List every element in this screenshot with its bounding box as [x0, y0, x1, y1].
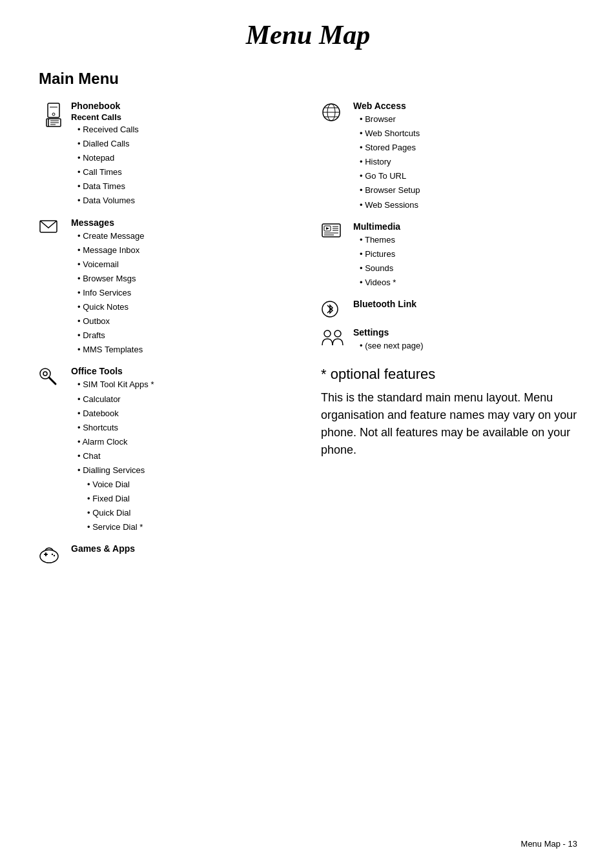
webaccess-icon: [321, 101, 353, 123]
gamesapps-heading: Games & Apps: [71, 543, 295, 554]
list-item: Service Dial *: [87, 520, 295, 534]
main-menu-title: Main Menu: [39, 70, 577, 88]
list-item: Alarm Clock: [77, 435, 295, 449]
multimedia-icon: [321, 221, 353, 241]
list-item: Outbox: [77, 314, 295, 328]
list-item: Pictures: [360, 247, 577, 261]
list-item: (see next page): [360, 339, 577, 353]
list-item: Quick Dial: [87, 506, 295, 520]
list-item: Themes: [360, 233, 577, 247]
multimedia-content: Multimedia Themes Pictures Sounds Videos…: [353, 221, 577, 290]
list-item: Call Times: [77, 165, 295, 179]
svg-line-10: [49, 378, 56, 384]
multimedia-items: Themes Pictures Sounds Videos *: [353, 233, 577, 290]
page-title: Menu Map: [39, 19, 577, 50]
list-item: Sounds: [360, 261, 577, 276]
messages-heading: Messages: [71, 217, 295, 228]
group-settings: Settings (see next page): [321, 327, 577, 353]
list-item: Info Services: [77, 286, 295, 300]
settings-icon: [321, 327, 353, 347]
list-item: Drafts: [77, 328, 295, 343]
multimedia-heading: Multimedia: [353, 221, 577, 232]
bluetooth-content: Bluetooth Link: [353, 299, 577, 310]
group-officetools: Office Tools SIM Tool Kit Apps * Calcula…: [39, 366, 295, 534]
webaccess-content: Web Access Browser Web Shortcuts Stored …: [353, 101, 577, 212]
svg-point-11: [43, 372, 47, 376]
list-item: Shortcuts: [77, 421, 295, 435]
svg-rect-14: [45, 552, 46, 556]
list-item: Datebook: [77, 407, 295, 421]
messages-icon: [39, 217, 71, 234]
group-bluetooth: Bluetooth Link: [321, 299, 577, 318]
bluetooth-heading: Bluetooth Link: [353, 299, 577, 309]
webaccess-heading: Web Access: [353, 101, 577, 111]
phonebook-subheading: Recent Calls: [71, 112, 295, 122]
gamesapps-icon: [39, 543, 71, 564]
group-gamesapps: Games & Apps: [39, 543, 295, 564]
svg-point-15: [52, 554, 53, 555]
list-item: Message Inbox: [77, 243, 295, 257]
phonebook-content: Phonebook Recent Calls Received Calls Di…: [71, 101, 295, 208]
svg-point-2: [52, 113, 55, 116]
list-item: Videos *: [360, 276, 577, 290]
phonebook-heading: Phonebook: [71, 101, 295, 111]
settings-heading: Settings: [353, 327, 577, 338]
right-column: Web Access Browser Web Shortcuts Stored …: [321, 101, 577, 573]
list-item: Chat: [77, 449, 295, 463]
svg-point-31: [324, 330, 331, 337]
list-item: Create Message: [77, 229, 295, 243]
list-item: Dialling Services: [77, 463, 295, 478]
group-webaccess: Web Access Browser Web Shortcuts Stored …: [321, 101, 577, 212]
list-item: Web Shortcuts: [360, 126, 577, 141]
group-phonebook: Phonebook Recent Calls Received Calls Di…: [39, 101, 295, 208]
list-item: Dialled Calls: [77, 137, 295, 151]
optional-title: * optional features: [321, 366, 577, 383]
list-item: Go To URL: [360, 169, 577, 183]
optional-desc: This is the standard main menu layout. M…: [321, 389, 577, 459]
group-messages: Messages Create Message Message Inbox Vo…: [39, 217, 295, 358]
list-item: Received Calls: [77, 123, 295, 137]
list-item: Browser Msgs: [77, 272, 295, 286]
list-item: Data Times: [77, 179, 295, 194]
list-item: Quick Notes: [77, 300, 295, 314]
list-item: Data Volumes: [77, 194, 295, 208]
officetools-content: Office Tools SIM Tool Kit Apps * Calcula…: [71, 366, 295, 534]
officetools-items: SIM Tool Kit Apps * Calculator Datebook …: [71, 378, 295, 478]
dialling-subitems: Voice Dial Fixed Dial Quick Dial Service…: [71, 478, 295, 534]
page: Menu Map Main Menu: [0, 0, 616, 612]
officetools-icon: [39, 366, 71, 387]
settings-content: Settings (see next page): [353, 327, 577, 353]
main-content: Phonebook Recent Calls Received Calls Di…: [39, 101, 577, 573]
gamesapps-content: Games & Apps: [71, 543, 295, 555]
list-item: Browser: [360, 112, 577, 126]
list-item: Web Sessions: [360, 198, 577, 212]
optional-section: * optional features This is the standard…: [321, 366, 577, 459]
list-item: Browser Setup: [360, 183, 577, 197]
svg-point-16: [54, 555, 55, 556]
bluetooth-icon: [321, 299, 353, 318]
list-item: Stored Pages: [360, 141, 577, 155]
list-item: SIM Tool Kit Apps *: [77, 378, 295, 392]
list-item: Notepad: [77, 151, 295, 165]
svg-point-12: [40, 550, 58, 563]
svg-point-32: [334, 330, 341, 337]
list-item: Voicemail: [77, 257, 295, 272]
list-item: Voice Dial: [87, 478, 295, 492]
left-column: Phonebook Recent Calls Received Calls Di…: [39, 101, 295, 573]
list-item: Calculator: [77, 392, 295, 407]
phonebook-icon: [39, 101, 71, 128]
list-item: Fixed Dial: [87, 492, 295, 506]
group-multimedia: Multimedia Themes Pictures Sounds Videos…: [321, 221, 577, 290]
settings-items: (see next page): [353, 339, 577, 353]
list-item: MMS Templates: [77, 343, 295, 357]
webaccess-items: Browser Web Shortcuts Stored Pages Histo…: [353, 112, 577, 212]
messages-content: Messages Create Message Message Inbox Vo…: [71, 217, 295, 358]
svg-marker-29: [326, 227, 329, 230]
phonebook-items: Received Calls Dialled Calls Notepad Cal…: [71, 123, 295, 208]
officetools-heading: Office Tools: [71, 366, 295, 376]
footer: Menu Map - 13: [521, 839, 577, 849]
messages-items: Create Message Message Inbox Voicemail B…: [71, 229, 295, 358]
list-item: History: [360, 155, 577, 169]
